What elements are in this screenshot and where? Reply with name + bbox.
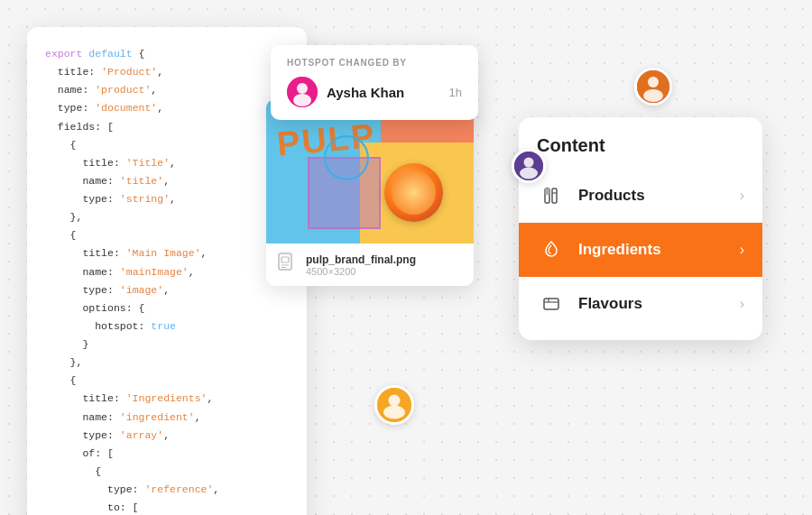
image-preview: PULP <box>266 99 474 244</box>
content-panel-title: Content <box>519 135 762 169</box>
ingredients-icon <box>537 235 566 264</box>
image-dimensions: 4500×3200 <box>306 266 416 277</box>
hotspot-tooltip: HOTSPOT CHANGED BY Aysha Khan 1h <box>271 45 478 120</box>
svg-point-21 <box>389 395 401 407</box>
avatar-top-right <box>634 68 672 106</box>
code-content: export default { title: 'Product', name:… <box>45 45 289 515</box>
products-icon <box>537 181 566 210</box>
grapefruit <box>384 163 443 222</box>
products-chevron: › <box>740 188 744 204</box>
content-panel: Content Products › Ingredients › <box>519 117 762 340</box>
svg-rect-8 <box>545 189 549 195</box>
avatar-svg <box>287 77 318 107</box>
avatar-mid-right <box>512 149 546 183</box>
avatar-bottom <box>374 385 414 425</box>
image-file-icon <box>277 253 297 272</box>
products-label: Products <box>578 187 727 205</box>
image-card: PULP pulp_brand_final.png 4500×3200 <box>266 99 474 286</box>
hotspot-label: HOTSPOT CHANGED BY <box>287 58 462 68</box>
flavours-label: Flavours <box>578 295 727 313</box>
ingredients-label: Ingredients <box>578 241 727 259</box>
svg-point-18 <box>524 158 534 168</box>
image-meta: pulp_brand_final.png 4500×3200 <box>306 253 416 277</box>
grapefruit-inner <box>392 170 436 215</box>
svg-point-1 <box>297 83 308 94</box>
svg-point-16 <box>643 89 663 102</box>
image-filename: pulp_brand_final.png <box>306 253 416 266</box>
content-item-flavours[interactable]: Flavours › <box>519 277 762 331</box>
ingredients-chevron: › <box>740 242 744 258</box>
svg-rect-11 <box>544 299 558 309</box>
flavours-icon <box>537 290 566 318</box>
svg-rect-4 <box>281 257 289 262</box>
image-icon <box>277 253 297 277</box>
hotspot-user-row: Aysha Khan 1h <box>287 77 462 107</box>
code-panel: export default { title: 'Product', name:… <box>27 27 307 515</box>
svg-point-22 <box>383 406 405 419</box>
preview-inner: PULP <box>266 99 474 244</box>
svg-point-19 <box>520 168 538 179</box>
svg-point-15 <box>648 77 659 87</box>
svg-rect-9 <box>552 189 557 203</box>
svg-point-2 <box>293 94 311 106</box>
hotspot-user-name: Aysha Khan <box>327 85 440 100</box>
hotspot-time-ago: 1h <box>449 86 462 99</box>
content-item-ingredients[interactable]: Ingredients › <box>519 223 762 277</box>
flavours-chevron: › <box>740 296 744 312</box>
image-card-info: pulp_brand_final.png 4500×3200 <box>266 244 474 286</box>
hotspot-user-avatar <box>287 77 318 107</box>
content-item-products[interactable]: Products › <box>519 169 762 223</box>
